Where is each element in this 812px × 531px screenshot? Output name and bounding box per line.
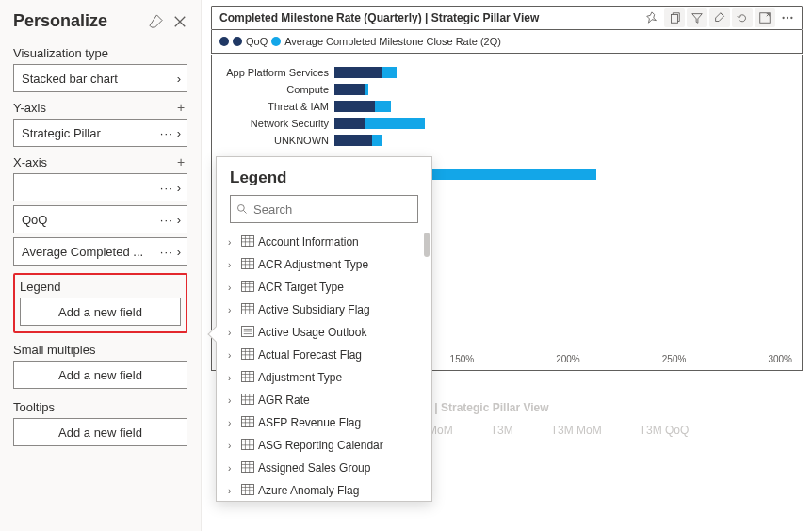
xaxis-value-3: Average Completed ... <box>22 245 160 259</box>
more-options-icon[interactable] <box>777 8 798 27</box>
bar-row: App Platform Services <box>212 64 802 81</box>
ghost-column-header: T3M MoM <box>551 424 602 437</box>
filter-icon[interactable] <box>687 8 707 27</box>
bar-track <box>334 117 802 130</box>
table-icon <box>241 303 254 317</box>
svg-point-5 <box>238 205 245 212</box>
search-input[interactable] <box>253 202 412 217</box>
legend-dot-a <box>233 37 242 46</box>
axis-tick: 250% <box>662 354 687 364</box>
field-item-label: Actual Forecast Flag <box>258 348 362 362</box>
chart-title: Completed Milestone Rate (Quarterly) | S… <box>212 11 641 24</box>
svg-rect-12 <box>242 371 254 381</box>
xaxis-field-1[interactable]: ··· › <box>13 173 187 201</box>
field-item[interactable]: ›Actual Forecast Flag <box>217 344 431 366</box>
legend-dot-b <box>271 37 281 46</box>
small-multiples-add-button[interactable]: Add a new field <box>13 361 187 389</box>
field-item[interactable]: ›Account Information <box>217 231 431 253</box>
chevron-right-icon: › <box>177 245 181 259</box>
field-item[interactable]: ›Active Usage Outlook <box>217 321 431 344</box>
chevron-right-icon: › <box>228 395 237 406</box>
svg-rect-15 <box>242 439 254 449</box>
field-item[interactable]: ›AGR Rate <box>217 389 431 411</box>
bar-segment-qoq[interactable] <box>334 84 365 95</box>
scrollbar-thumb[interactable] <box>424 233 430 257</box>
small-multiples-label: Small multiples <box>13 343 95 357</box>
field-item-label: Azure Anomaly Flag <box>258 484 359 497</box>
eraser-icon[interactable] <box>148 14 163 29</box>
bar-row: Compute <box>212 81 802 98</box>
personalize-panel: Personalize Visualization type Stacked b… <box>0 0 202 531</box>
bar-segment-avg[interactable] <box>365 118 425 129</box>
ghost-column-header: T3M <box>491 424 513 437</box>
bar-segment-qoq[interactable] <box>334 67 382 78</box>
legend-label: Legend <box>20 280 181 294</box>
bar-segment-avg[interactable] <box>382 67 398 78</box>
xaxis-add-icon[interactable]: + <box>174 154 187 169</box>
axis-tick: 150% <box>450 354 475 364</box>
legend-label-b: Average Completed Milestone Close Rate (… <box>284 36 501 47</box>
xaxis-field-3[interactable]: Average Completed ... ··· › <box>13 237 187 266</box>
field-item-label: ASFP Revenue Flag <box>258 416 361 429</box>
bar-row: Threat & IAM <box>212 98 802 115</box>
bar-segment-qoq[interactable] <box>334 135 372 146</box>
reset-icon[interactable] <box>732 8 753 27</box>
more-icon[interactable]: ··· <box>160 126 173 140</box>
xaxis-field-2[interactable]: QoQ ··· › <box>13 205 187 233</box>
field-item[interactable]: ›Active Subsidiary Flag <box>217 298 431 321</box>
chevron-right-icon: › <box>228 463 237 474</box>
more-icon[interactable]: ··· <box>160 181 173 195</box>
personalize-icon[interactable] <box>709 8 730 27</box>
focus-icon[interactable] <box>755 8 775 27</box>
table-icon <box>241 281 254 295</box>
chevron-right-icon: › <box>177 126 181 140</box>
bar-segment-qoq[interactable] <box>334 118 365 129</box>
bar-segment-avg[interactable] <box>372 135 382 146</box>
table-icon <box>241 416 254 430</box>
search-input-container[interactable] <box>230 195 418 223</box>
viz-type-value: Stacked bar chart <box>22 72 177 86</box>
field-item[interactable]: ›Adjustment Type <box>217 366 431 389</box>
table-icon <box>241 258 254 272</box>
svg-point-2 <box>782 17 784 19</box>
svg-rect-14 <box>242 416 254 426</box>
background-table-ghost: ) | Strategic Pillar View MoMT3MT3M MoMT… <box>428 401 795 514</box>
tooltips-add-button[interactable]: Add a new field <box>13 418 187 446</box>
chevron-right-icon: › <box>228 373 237 383</box>
bar-track <box>334 134 802 147</box>
svg-point-3 <box>787 17 788 19</box>
svg-rect-9 <box>242 303 254 314</box>
field-item-label: ASG Reporting Calendar <box>258 439 383 452</box>
bar-segment-qoq[interactable] <box>334 101 375 112</box>
axis-tick: 300% <box>768 354 792 364</box>
bar-segment-avg[interactable] <box>375 101 391 112</box>
yaxis-add-icon[interactable]: + <box>174 100 187 115</box>
more-icon[interactable]: ··· <box>160 245 173 259</box>
close-icon[interactable] <box>172 14 187 29</box>
field-item[interactable]: ›ACR Target Type <box>217 276 431 298</box>
category-label: Compute <box>212 84 334 95</box>
field-list[interactable]: ›Account Information›ACR Adjustment Type… <box>217 231 431 501</box>
bar-segment-avg[interactable] <box>365 84 368 95</box>
legend-add-field-button[interactable]: Add a new field <box>20 298 181 326</box>
field-item-label: ACR Adjustment Type <box>258 258 368 271</box>
xaxis-value-2: QoQ <box>22 213 160 227</box>
field-item[interactable]: ›ASFP Revenue Flag <box>217 411 431 434</box>
field-item[interactable]: ›ACR Adjustment Type <box>217 253 431 276</box>
table-icon <box>241 348 254 362</box>
field-item[interactable]: ›Azure Anomaly Flag <box>217 479 431 501</box>
field-item[interactable]: ›ASG Reporting Calendar <box>217 434 431 457</box>
category-label: Network Security <box>212 118 334 129</box>
field-item[interactable]: ›Assigned Sales Group <box>217 457 431 479</box>
chevron-right-icon: › <box>228 260 237 270</box>
chevron-right-icon: › <box>177 213 181 227</box>
viz-type-selector[interactable]: Stacked bar chart › <box>13 64 187 92</box>
bar-track <box>334 83 802 96</box>
chevron-right-icon: › <box>228 441 237 451</box>
svg-rect-7 <box>242 258 254 268</box>
chevron-right-icon: › <box>228 305 237 315</box>
copy-icon[interactable] <box>664 8 685 27</box>
yaxis-field[interactable]: Strategic Pillar ··· › <box>13 119 187 147</box>
pin-icon[interactable] <box>641 8 662 27</box>
more-icon[interactable]: ··· <box>160 213 173 227</box>
